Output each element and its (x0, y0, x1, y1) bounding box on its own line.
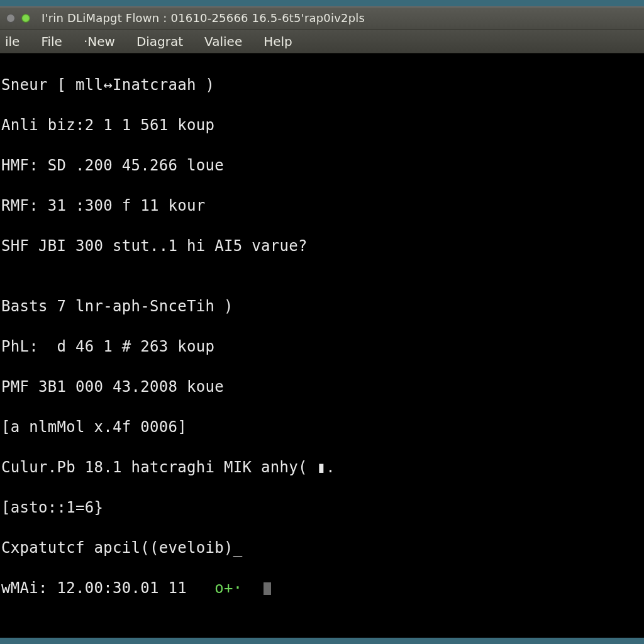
menu-diagrat[interactable]: Diagrat (133, 31, 187, 52)
menu-ile[interactable]: ile (1, 31, 23, 52)
terminal-line: PMF 3B1 000 43.2008 koue (1, 377, 643, 397)
menu-new[interactable]: ·New (80, 31, 119, 52)
window-title: I'rin DLiMapgt Flown : 01610-25666 16.5-… (42, 11, 365, 25)
menu-value[interactable]: Valiee (201, 31, 246, 52)
app-window: I'rin DLiMapgt Flown : 01610-25666 16.5-… (0, 6, 644, 638)
terminal-line: [a nlmMol x.4f 0006] (1, 417, 643, 437)
cursor-icon (264, 582, 271, 595)
terminal-line: Sneur [ mll↔Inatcraah ) (1, 75, 643, 95)
menu-file[interactable]: File (37, 31, 65, 52)
menu-help[interactable]: Help (260, 31, 296, 52)
menubar: ile File ·New Diagrat Valiee Help (0, 30, 644, 53)
terminal-line: SHF JBI 300 stut..1 hi AI5 varue? (1, 236, 643, 256)
terminal-line: PhL: d 46 1 # 263 koup (1, 336, 643, 357)
window-maximize-button[interactable] (21, 14, 30, 23)
terminal-line: [asto::1=6} (1, 497, 643, 518)
window-close-button[interactable] (6, 14, 15, 23)
terminal-output[interactable]: Sneur [ mll↔Inatcraah ) Anli biz:2 1 1 5… (0, 53, 644, 638)
terminal-line: Basts 7 lnr-aph-SnceTih ) (1, 296, 643, 316)
prompt-accent: o+· (214, 579, 242, 597)
terminal-line: Anli biz:2 1 1 561 koup (1, 115, 643, 135)
titlebar[interactable]: I'rin DLiMapgt Flown : 01610-25666 16.5-… (0, 7, 644, 30)
terminal-line: Cxpatutcf apcil((eveloib)_ (1, 538, 643, 558)
terminal-prompt-line: wMAi: 12.00:30.01 11 o+· (1, 578, 643, 598)
terminal-line: Culur.Pb 18.1 hatcraghi MIK anhy( ▮. (1, 457, 643, 477)
terminal-line: HMF: SD .200 45.266 loue (1, 155, 643, 175)
terminal-line: RMF: 31 :300 f 11 kour (1, 196, 643, 216)
prompt-prefix: wMAi: 12.00:30.01 11 (1, 579, 214, 597)
